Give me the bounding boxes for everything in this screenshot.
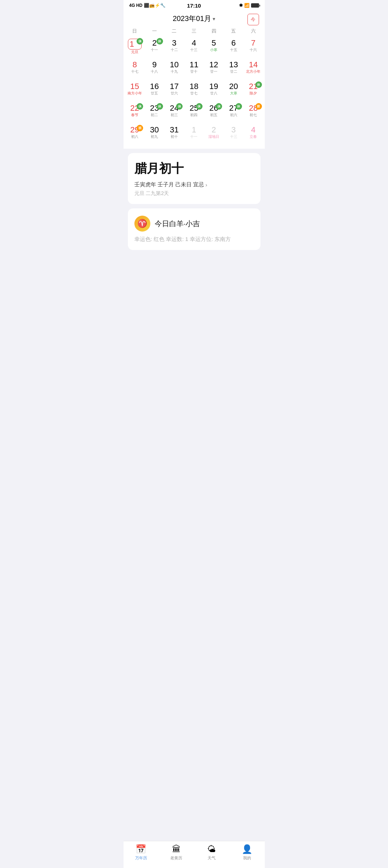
day-cell-24[interactable]: 休25初四 [184,102,204,124]
day-lunar: 初十 [171,135,178,139]
day-cell-14[interactable]: 15南方小年 [125,81,145,102]
day-cell-33[interactable]: 3十三 [224,124,243,146]
day-number: 12 [209,60,218,69]
day-cell-32[interactable]: 2湿地日 [204,124,224,146]
day-lunar: 初八 [131,135,138,139]
day-cell-4[interactable]: 5小寒 [204,37,224,59]
day-cell-34[interactable]: 4立春 [243,124,263,146]
lunar-date-title: 腊月初十 [134,160,254,177]
day-lunar: 十五 [230,48,237,52]
day-lunar: 初三 [171,113,178,117]
nav-almanac-icon: 🏛 [172,844,181,854]
day-number: 13 [229,60,238,69]
day-number: 9 [152,60,157,69]
day-num-wrapper: 15 [130,82,139,91]
day-lunar: 初七 [250,113,257,117]
day-lunar: 十九 [171,69,178,74]
day-cell-7[interactable]: 8十七 [125,59,145,81]
nav-profile-icon: 👤 [242,844,253,854]
weekday-label-0: 日 [125,26,145,36]
day-lunar: 十三 [190,48,197,52]
day-cell-23[interactable]: 休24初三 [164,102,184,124]
lunar-info-row[interactable]: 壬寅虎年 壬子月 己未日 宜忌 › [134,181,254,188]
status-bar: 4G HD ⬛📻⚡🔧 17:10 ✱ 📶 [124,0,265,9]
day-cell-2[interactable]: 3十二 [164,37,184,59]
day-number: 3 [231,126,236,134]
day-cell-1[interactable]: 休2十一 [145,37,164,59]
bluetooth-icon: ✱ [239,3,243,8]
day-num-wrapper: 2 [152,39,157,47]
day-cell-12[interactable]: 13廿二 [224,59,243,81]
zodiac-card: ♈ 今日白羊·小吉 幸运色: 红色 幸运数: 1 幸运方位: 东南方 [128,208,260,250]
day-lunar: 南方小年 [128,91,142,96]
holiday-badge: 休 [176,103,183,110]
yi-ji-link[interactable]: › [205,182,207,188]
day-number: 4 [192,39,196,47]
day-lunar: 廿六 [171,91,178,96]
day-cell-19[interactable]: 20大寒 [224,81,243,102]
day-cell-10[interactable]: 11廿十 [184,59,204,81]
day-cell-0[interactable]: 休1元旦 [125,37,145,59]
day-cell-28[interactable]: 班29初八 [125,124,145,146]
info-section: 腊月初十 壬寅虎年 壬子月 己未日 宜忌 › 元旦 二九第2天 ♈ 今日白羊·小… [124,149,265,254]
day-cell-29[interactable]: 30初九 [145,124,164,146]
day-cell-15[interactable]: 16廿五 [145,81,164,102]
holiday-badge: 休 [235,103,242,110]
nav-weather[interactable]: 🌤天气 [194,844,230,861]
day-cell-9[interactable]: 10十九 [164,59,184,81]
zodiac-detail: 幸运色: 红色 幸运数: 1 幸运方位: 东南方 [134,236,254,243]
day-cell-18[interactable]: 19廿八 [204,81,224,102]
day-lunar: 初四 [190,113,197,117]
day-num-wrapper: 12 [209,60,218,69]
battery-icon [251,3,259,8]
weekday-label-5: 五 [224,26,243,36]
day-num-wrapper: 10 [170,60,179,69]
day-cell-17[interactable]: 18廿七 [184,81,204,102]
day-num-wrapper: 3 [172,39,176,47]
day-num-wrapper: 18 [189,82,198,91]
day-cell-27[interactable]: 班28初七 [243,102,263,124]
day-lunar: 除夕 [250,91,257,96]
today-button[interactable]: 今 [247,14,259,25]
day-cell-3[interactable]: 4十三 [184,37,204,59]
day-cell-5[interactable]: 6十五 [224,37,243,59]
day-cell-21[interactable]: 休22春节 [125,102,145,124]
day-lunar: 元旦 [131,50,138,54]
status-left: 4G HD ⬛📻⚡🔧 [129,3,166,8]
day-cell-13[interactable]: 14北方小年 [243,59,263,81]
nav-almanac[interactable]: 🏛老黄历 [159,844,194,861]
day-lunar: 廿五 [151,91,158,96]
day-lunar: 廿十 [190,69,197,74]
nav-weather-icon: 🌤 [207,844,216,854]
day-num-wrapper: 1 [192,126,196,134]
month-title[interactable]: 2023年01月 ▾ [173,14,216,24]
day-num-wrapper: 9 [152,60,157,69]
day-lunar: 十三 [230,135,237,139]
day-cell-25[interactable]: 休26初五 [204,102,224,124]
day-lunar: 廿七 [190,91,197,96]
day-num-wrapper: 4 [192,39,196,47]
day-cell-30[interactable]: 31初十 [164,124,184,146]
holiday-badge: 休 [216,103,222,110]
weekday-label-2: 二 [164,26,184,36]
day-cell-26[interactable]: 休27初六 [224,102,243,124]
day-lunar: 廿一 [210,69,217,74]
nav-profile[interactable]: 👤我的 [229,844,265,861]
day-number: 1 [192,126,196,134]
nav-calendar[interactable]: 📅万年历 [124,844,159,861]
day-lunar: 十八 [151,69,158,74]
day-cell-22[interactable]: 休23初二 [145,102,164,124]
day-cell-6[interactable]: 7十六 [243,37,263,59]
lunar-date-card: 腊月初十 壬寅虎年 壬子月 己未日 宜忌 › 元旦 二九第2天 [128,153,260,204]
day-lunar: 十一 [190,135,197,139]
day-lunar: 十七 [131,69,138,74]
day-cell-8[interactable]: 9十八 [145,59,164,81]
day-cell-31[interactable]: 1十一 [184,124,204,146]
day-cell-11[interactable]: 12廿一 [204,59,224,81]
dropdown-arrow-icon: ▾ [213,16,215,22]
nav-almanac-label: 老黄历 [170,855,182,861]
day-num-wrapper: 3 [231,126,236,134]
day-cell-20[interactable]: 休21除夕 [243,81,263,102]
day-cell-16[interactable]: 17廿六 [164,81,184,102]
day-number: 14 [249,60,258,69]
